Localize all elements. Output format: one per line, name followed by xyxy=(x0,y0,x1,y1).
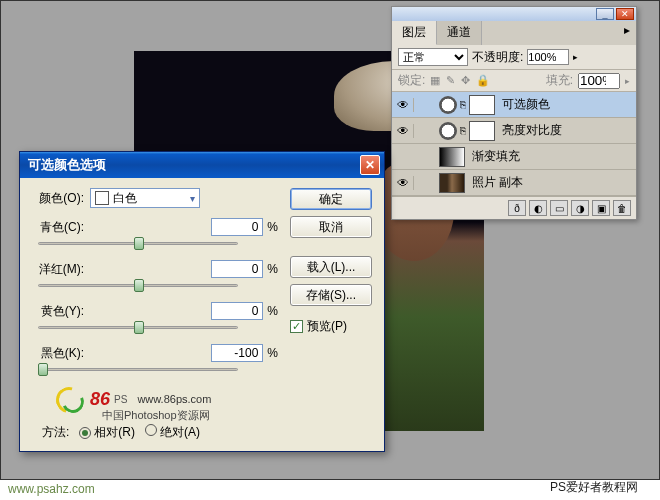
visibility-icon[interactable]: 👁 xyxy=(392,124,414,138)
footer-text: PS爱好者教程网 xyxy=(550,479,638,496)
color-value: 白色 xyxy=(113,190,137,207)
tab-channels[interactable]: 通道 xyxy=(437,21,482,45)
lock-move-icon[interactable]: ✥ xyxy=(461,74,470,87)
new-layer-icon[interactable]: ▣ xyxy=(592,200,610,216)
ok-button[interactable]: 确定 xyxy=(290,188,372,210)
cyan-slider[interactable] xyxy=(38,238,238,252)
visibility-icon[interactable]: 👁 xyxy=(392,176,414,190)
fill-arrow-icon[interactable]: ▸ xyxy=(625,76,630,86)
yellow-slider[interactable] xyxy=(38,322,238,336)
radio-checked-icon xyxy=(79,427,91,439)
yellow-label: 黄色(Y): xyxy=(32,303,90,320)
folder-icon[interactable]: ▭ xyxy=(550,200,568,216)
cyan-label: 青色(C): xyxy=(32,219,90,236)
cyan-input[interactable] xyxy=(211,218,263,236)
layers-panel: _ ✕ 图层 通道 ▸ 正常 不透明度: ▸ 锁定: ▦ ✎ ✥ 🔒 填充: xyxy=(391,6,637,220)
preview-checkbox-row[interactable]: ✓ 预览(P) xyxy=(290,318,372,335)
percent-label: % xyxy=(267,346,278,360)
layer-row-photo-copy[interactable]: 👁 照片 副本 xyxy=(392,170,636,196)
layer-list: 👁 ⎘ 可选颜色 👁 ⎘ 亮度对比度 渐变填充 xyxy=(392,92,636,196)
color-label: 颜色(O): xyxy=(32,190,90,207)
layer-name[interactable]: 渐变填充 xyxy=(468,148,520,165)
layer-row-brightness[interactable]: 👁 ⎘ 亮度对比度 xyxy=(392,118,636,144)
percent-label: % xyxy=(267,220,278,234)
color-swatch xyxy=(95,191,109,205)
fill-label: 填充: xyxy=(546,72,573,89)
tab-layers[interactable]: 图层 xyxy=(392,21,437,45)
watermark-86: 86 xyxy=(90,389,110,410)
blend-opacity-row: 正常 不透明度: ▸ xyxy=(392,45,636,70)
mask-icon[interactable]: ◐ xyxy=(529,200,547,216)
lock-all-icon[interactable]: 🔒 xyxy=(476,74,490,87)
chevron-down-icon: ▾ xyxy=(186,193,199,204)
fill-input[interactable] xyxy=(578,73,620,89)
close-icon[interactable]: ✕ xyxy=(616,8,634,20)
mask-thumb[interactable] xyxy=(469,95,495,115)
radio-icon xyxy=(145,424,157,436)
opacity-input[interactable] xyxy=(527,49,569,65)
mask-thumb[interactable] xyxy=(469,121,495,141)
layer-row-selective-color[interactable]: 👁 ⎘ 可选颜色 xyxy=(392,92,636,118)
layer-name[interactable]: 可选颜色 xyxy=(498,96,550,113)
gradient-thumb[interactable] xyxy=(439,147,465,167)
selective-color-dialog: 可选颜色选项 ✕ 颜色(O): 白色 ▾ 青色(C): xyxy=(19,151,385,452)
blend-mode-select[interactable]: 正常 xyxy=(398,48,468,66)
cancel-button[interactable]: 取消 xyxy=(290,216,372,238)
lock-fill-row: 锁定: ▦ ✎ ✥ 🔒 填充: ▸ xyxy=(392,70,636,92)
magenta-label: 洋红(M): xyxy=(32,261,90,278)
panel-tabs: 图层 通道 ▸ xyxy=(392,21,636,45)
black-slider[interactable] xyxy=(38,364,238,378)
adjustment-icon xyxy=(439,96,457,114)
preview-label: 预览(P) xyxy=(307,318,347,335)
layers-footer: ð ◐ ▭ ◑ ▣ 🗑 xyxy=(392,196,636,219)
adjustment-icon xyxy=(439,122,457,140)
opacity-label: 不透明度: xyxy=(472,49,523,66)
save-button[interactable]: 存储(S)... xyxy=(290,284,372,306)
panel-menu-icon[interactable]: ▸ xyxy=(618,21,636,45)
opacity-arrow-icon[interactable]: ▸ xyxy=(573,52,578,62)
magenta-input[interactable] xyxy=(211,260,263,278)
percent-label: % xyxy=(267,262,278,276)
yellow-input[interactable] xyxy=(211,302,263,320)
watermark-ps: PS xyxy=(114,394,127,405)
percent-label: % xyxy=(267,304,278,318)
watermark-subtitle: 中国Photoshop资源网 xyxy=(102,408,210,423)
minimize-icon[interactable]: _ xyxy=(596,8,614,20)
lock-transparency-icon[interactable]: ▦ xyxy=(430,74,440,87)
method-label: 方法: xyxy=(42,424,69,441)
image-thumb[interactable] xyxy=(439,173,465,193)
black-label: 黑色(K): xyxy=(32,345,90,362)
lock-label: 锁定: xyxy=(398,72,425,89)
app-background: _ ✕ 图层 通道 ▸ 正常 不透明度: ▸ 锁定: ▦ ✎ ✥ 🔒 填充: xyxy=(0,0,660,480)
fx-icon[interactable]: ð xyxy=(508,200,526,216)
black-input[interactable] xyxy=(211,344,263,362)
visibility-icon[interactable]: 👁 xyxy=(392,98,414,112)
magenta-slider[interactable] xyxy=(38,280,238,294)
dialog-titlebar[interactable]: 可选颜色选项 ✕ xyxy=(20,152,384,178)
method-relative[interactable]: 相对(R) xyxy=(79,424,135,441)
layer-row-gradient[interactable]: 渐变填充 xyxy=(392,144,636,170)
watermark-url: www.86ps.com xyxy=(137,393,211,405)
swirl-icon xyxy=(56,387,86,411)
lock-icons: ▦ ✎ ✥ 🔒 xyxy=(430,74,490,87)
close-icon[interactable]: ✕ xyxy=(360,155,380,175)
footer-url: www.psahz.com xyxy=(8,482,95,496)
adjustment-layer-icon[interactable]: ◑ xyxy=(571,200,589,216)
color-dropdown[interactable]: 白色 ▾ xyxy=(90,188,200,208)
mask-link-icon[interactable]: ⎘ xyxy=(460,125,466,136)
lock-brush-icon[interactable]: ✎ xyxy=(446,74,455,87)
trash-icon[interactable]: 🗑 xyxy=(613,200,631,216)
method-row: 方法: 相对(R) 绝对(A) xyxy=(32,420,278,443)
checkbox-checked-icon: ✓ xyxy=(290,320,303,333)
layers-titlebar[interactable]: _ ✕ xyxy=(392,7,636,21)
dialog-title: 可选颜色选项 xyxy=(24,156,360,174)
mask-link-icon[interactable]: ⎘ xyxy=(460,99,466,110)
load-button[interactable]: 载入(L)... xyxy=(290,256,372,278)
method-absolute[interactable]: 绝对(A) xyxy=(145,424,200,441)
layer-name[interactable]: 亮度对比度 xyxy=(498,122,562,139)
layer-name[interactable]: 照片 副本 xyxy=(468,174,523,191)
